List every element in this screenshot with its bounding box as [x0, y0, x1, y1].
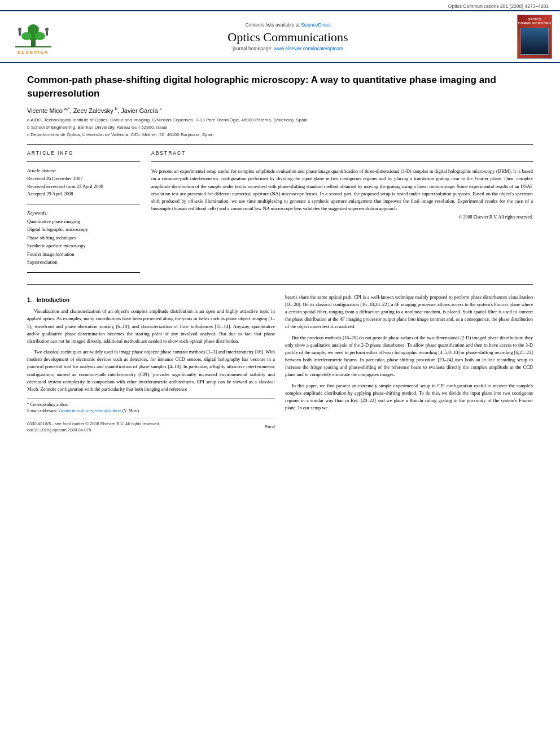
- keyword-4: Synthetic aperture microscopy: [27, 242, 140, 250]
- elsevier-brand-text: ELSEVIER: [18, 50, 49, 55]
- abstract-header: ABSTRACT: [151, 150, 533, 156]
- revised-date: Received in revised form 23 April 2008: [27, 183, 140, 191]
- keyword-2: Digital holographic microscopy: [27, 225, 140, 233]
- footer-issn-doi: 0030-4018/$ - see front matter © 2008 El…: [27, 421, 160, 434]
- svg-point-7: [45, 28, 49, 31]
- copyright-line: © 2008 Elsevier B.V. All rights reserved…: [151, 215, 533, 220]
- main-content: Common-path phase-shifting digital holog…: [0, 73, 560, 434]
- intro-section-title: 1. Introduction: [27, 296, 275, 305]
- svg-point-5: [18, 28, 21, 31]
- body-col-right: beams share the same optical path. CPI i…: [285, 294, 533, 434]
- affiliation-a: a AIDO, Technological Institute of Optic…: [27, 117, 533, 124]
- divider-5: [151, 161, 533, 162]
- journal-homepage: journal homepage: www.elsevier.com/locat…: [59, 46, 517, 51]
- journal-banner: ELSEVIER Contents lists available at Sci…: [0, 10, 560, 63]
- keyword-5: Fourier image formation: [27, 250, 140, 258]
- history-label: Article history:: [27, 168, 140, 173]
- email-note: E-mail addresses: Vicente.mico@uv.es, vm…: [27, 408, 275, 414]
- article-info-abstract-section: ARTICLE INFO Article history: Received 2…: [27, 150, 533, 278]
- footnote-area: * Corresponding author. E-mail addresses…: [27, 399, 275, 414]
- journal-cover-image: OPTICSCOMMUNICATIONS: [517, 15, 552, 59]
- keyword-3: Phase-shifting techniques: [27, 234, 140, 242]
- authors-line: Vicente Mico a,*, Zeev Zalevsky b, Javie…: [27, 106, 533, 114]
- divider-4: [27, 272, 140, 273]
- corresponding-note: * Corresponding author.: [27, 401, 275, 408]
- body-right-p1: beams share the same optical path. CPI i…: [285, 294, 533, 331]
- article-info-column: ARTICLE INFO Article history: Received 2…: [27, 150, 140, 278]
- divider-1: [27, 144, 533, 145]
- affiliation-b: b School of Engineering, Bar-Ilan Univer…: [27, 124, 533, 131]
- journal-reference: Optics Communications 281 (2008) 4273–42…: [0, 0, 560, 10]
- keyword-6: Superresolution: [27, 258, 140, 266]
- cover-journal-name: OPTICSCOMMUNICATIONS: [518, 18, 551, 25]
- footer-rand: Rand: [265, 423, 275, 430]
- email-1: Vicente.mico@uv.es: [58, 408, 93, 413]
- body-right-p3: In this paper, we first present an extre…: [285, 382, 533, 412]
- divider-6: [27, 284, 533, 285]
- svg-rect-6: [19, 31, 21, 36]
- body-col-left: 1. Introduction Visualization and charac…: [27, 294, 275, 434]
- affiliation-c: c Departamento de Óptica, Universitat de…: [27, 132, 533, 138]
- divider-2: [27, 161, 140, 162]
- keywords-label: Keywords:: [27, 210, 140, 216]
- received-date: Received 26 December 2007: [27, 175, 140, 183]
- keywords-list: Quantitative phase imaging Digital holog…: [27, 217, 140, 267]
- affiliations: a AIDO, Technological Institute of Optic…: [27, 117, 533, 138]
- page: Optics Communications 281 (2008) 4273–42…: [0, 0, 560, 747]
- keyword-1: Quantitative phase imaging: [27, 217, 140, 225]
- footer-bar: 0030-4018/$ - see front matter © 2008 El…: [27, 418, 275, 434]
- body-section: 1. Introduction Visualization and charac…: [27, 294, 533, 434]
- svg-rect-8: [46, 31, 48, 36]
- article-title: Common-path phase-shifting digital holog…: [27, 73, 533, 101]
- journal-center: Contents lists available at ScienceDirec…: [59, 22, 517, 51]
- journal-title: Optics Communications: [59, 30, 517, 45]
- intro-p2: Two classical techniques are widely used…: [27, 348, 275, 393]
- elsevier-tree-icon: [14, 19, 53, 49]
- keywords-block: Keywords: Quantitative phase imaging Dig…: [27, 210, 140, 267]
- abstract-text: We present an experimental setup useful …: [151, 168, 533, 212]
- accepted-date: Accepted 29 April 2008: [27, 190, 140, 198]
- svg-rect-9: [15, 46, 51, 47]
- article-history-block: Article history: Received 26 December 20…: [27, 168, 140, 198]
- sciencedirect-link[interactable]: ScienceDirect: [301, 22, 330, 28]
- cover-image-visual: [520, 28, 549, 55]
- intro-p1: Visualization and characterization of an…: [27, 308, 275, 345]
- email-2: vmico@aido.es: [95, 408, 121, 413]
- sciencedirect-note: Contents lists available at ScienceDirec…: [59, 22, 517, 28]
- body-right-p2: But the previous methods [16–20] do not …: [285, 334, 533, 379]
- article-info-header: ARTICLE INFO: [27, 150, 140, 156]
- history-dates: Received 26 December 2007 Received in re…: [27, 175, 140, 198]
- divider-3: [27, 204, 140, 204]
- svg-point-4: [28, 24, 39, 34]
- abstract-column: ABSTRACT We present an experimental setu…: [151, 150, 533, 278]
- elsevier-logo: ELSEVIER: [8, 19, 59, 55]
